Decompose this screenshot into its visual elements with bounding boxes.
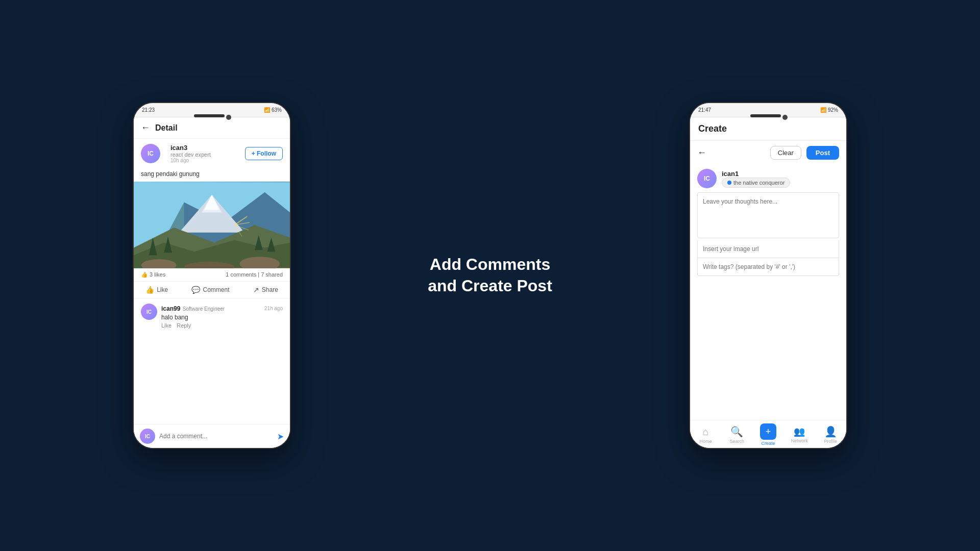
post-button[interactable]: Post [806,146,839,160]
nav-home[interactable]: ⌂ Home [693,426,719,444]
notch-camera-right [782,115,788,120]
profile-icon: 👤 [824,425,837,438]
search-label: Search [730,439,745,444]
create-form [690,192,846,420]
comment-header: ican99 Software Engineer 21h ago [161,304,283,313]
signal-right: 📶 [820,107,826,113]
center-text-section: Add Comments and Create Post [291,254,689,296]
likes-count: 👍 3 likes [141,271,165,278]
nav-search[interactable]: 🔍 Search [724,425,750,444]
home-icon: ⌂ [703,426,709,438]
bottom-nav: ⌂ Home 🔍 Search + Create 👥 Network 👤 [690,420,846,448]
home-label: Home [700,439,712,444]
comment-action[interactable]: 💬 Comment [191,286,229,294]
mountain-illustration [134,182,290,268]
post-image [134,182,290,268]
comment-actions: Like Reply [161,322,283,329]
notch-camera [226,115,231,120]
author-section: IC ican3 react dev expert 10h ago [141,144,211,163]
search-icon: 🔍 [730,425,743,438]
clear-button[interactable]: Clear [770,146,801,160]
status-bar-right: 21:47 📶 92% [690,103,846,117]
create-title: Create [698,123,727,134]
comment-input[interactable] [159,433,273,440]
battery-left: 63% [272,107,282,113]
nav-create[interactable]: + Create [755,423,781,446]
battery-signal-right: 📶 92% [820,107,838,113]
profile-label: Profile [824,439,838,444]
create-icon: + [760,423,776,440]
comments-shares: 1 comments | 7 shared [226,271,283,278]
detail-screen: ← Detail IC ican3 react dev expert 10h a… [134,117,290,448]
signal-left: 📶 [264,107,270,113]
create-user-name: ican1 [722,170,790,178]
comment-reply-link[interactable]: Reply [177,322,191,329]
create-user-avatar: IC [697,169,717,188]
commenter-name-role: ican99 Software Engineer [161,304,225,313]
comment-section: IC ican99 Software Engineer 21h ago halo… [134,298,290,424]
share-label: Share [262,286,278,293]
center-heading: Add Comments and Create Post [428,254,552,296]
detail-header: ← Detail [134,117,290,139]
comment-like-link[interactable]: Like [161,322,172,329]
detail-title: Detail [155,123,178,133]
create-user-row: IC ican1 the native conqueror [690,165,846,192]
network-icon: 👥 [794,426,805,437]
comment-input-bar: IC ➤ [134,424,290,448]
create-toolbar: ← Clear Post [690,141,846,165]
user-tag-badge: the native conqueror [722,178,790,188]
commenter-avatar: IC [141,304,157,320]
share-icon: ↗ [253,286,259,294]
back-button[interactable]: ← [141,122,150,133]
create-back-button[interactable]: ← [697,147,706,158]
phone-detail: 21:23 📶 63% ← Detail IC ican3 [133,102,291,449]
time-left: 21:23 [142,107,155,113]
author-role: react dev expert [170,152,211,158]
notch-pill-right [750,114,781,117]
battery-right: 92% [828,107,838,113]
comment-time: 21h ago [264,306,283,311]
share-action[interactable]: ↗ Share [253,286,278,294]
tags-input[interactable] [697,258,839,276]
comment-label: Comment [203,286,229,293]
comment-text: halo bang [161,314,283,321]
follow-button[interactable]: + Follow [245,147,283,160]
create-user-info: ican1 the native conqueror [722,170,790,188]
post-author-row: IC ican3 react dev expert 10h ago + Foll… [134,139,290,168]
tag-dot [727,181,731,185]
author-name: ican3 [170,144,211,152]
create-header: Create [690,117,846,141]
comment-icon: 💬 [191,286,200,294]
like-icon: 👍 [145,286,154,294]
post-caption: sang pendaki gunung [134,168,290,182]
action-bar: 👍 Like 💬 Comment ↗ Share [134,282,290,298]
nav-profile[interactable]: 👤 Profile [818,425,843,444]
create-screen: Create ← Clear Post IC ican1 the native … [690,117,846,448]
notch-pill [194,114,225,117]
current-user-avatar: IC [140,429,155,444]
thoughts-textarea[interactable] [697,192,839,238]
battery-signal-left: 📶 63% [264,107,282,113]
post-stats: 👍 3 likes 1 comments | 7 shared [134,268,290,282]
commenter-name: ican99 [161,305,180,312]
create-label: Create [761,441,775,446]
nav-network[interactable]: 👥 Network [787,426,812,443]
phone-create: 21:47 📶 92% Create ← Clear Post [689,102,847,449]
user-tag-label: the native conqueror [733,180,785,186]
comment-body: ican99 Software Engineer 21h ago halo ba… [161,304,283,329]
time-right: 21:47 [698,107,711,113]
author-avatar: IC [141,144,160,163]
like-action[interactable]: 👍 Like [145,286,168,294]
author-time: 10h ago [170,158,211,163]
network-label: Network [791,438,808,443]
comment-item: IC ican99 Software Engineer 21h ago halo… [141,304,283,329]
image-url-input[interactable] [697,240,839,258]
commenter-role: Software Engineer [183,306,225,312]
page-wrapper: 21:23 📶 63% ← Detail IC ican3 [133,46,847,505]
author-info: ican3 react dev expert 10h ago [170,144,211,163]
status-bar-left: 21:23 📶 63% [134,103,290,117]
like-label: Like [157,286,168,293]
send-icon[interactable]: ➤ [277,432,284,441]
